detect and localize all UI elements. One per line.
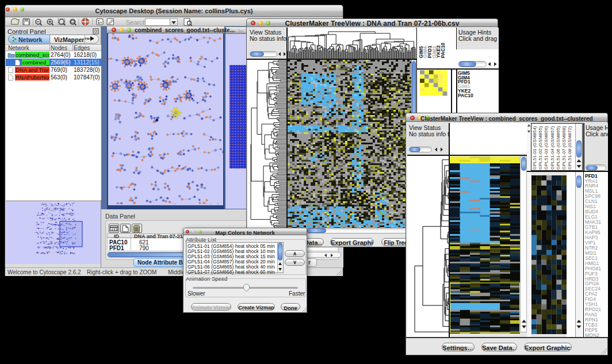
svg-text:GPL51-03 (GSM856): GPL51-03 (GSM856) (544, 126, 549, 170)
svg-text:GPL51-08 (GSM872): GPL51-08 (GSM872) (567, 126, 572, 170)
svg-text:GPL51-04 (GSM857): GPL51-04 (GSM857) (550, 126, 555, 170)
svg-text:GPL51-06 (GSM865): GPL51-06 (GSM865) (556, 126, 561, 170)
svg-text:GPL51-01 (GSM854): GPL51-01 (GSM854) (532, 126, 537, 170)
svg-text:GPL51-02 (GSM855): GPL51-02 (GSM855) (538, 126, 543, 170)
svg-text:GPL51-07 (GSM868): GPL51-07 (GSM868) (561, 126, 567, 170)
svg-text:PAC10: PAC10 (440, 43, 446, 58)
